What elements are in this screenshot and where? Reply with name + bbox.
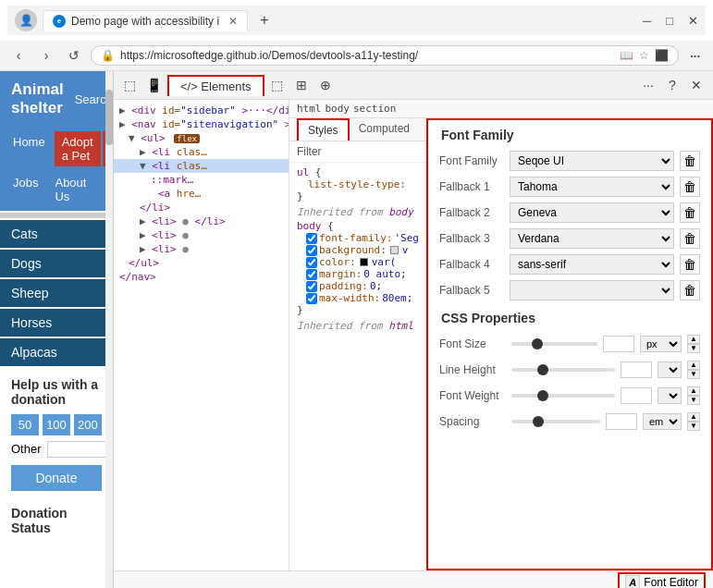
sources-tab[interactable]: ⊞	[290, 74, 313, 96]
fontweight-slider-track[interactable]	[511, 394, 615, 398]
sidebar-item-alpacas[interactable]: Alpacas	[0, 338, 113, 366]
spacing-up[interactable]: ▲	[687, 412, 700, 422]
dom-line-4[interactable]: ▶ <li clas…	[114, 145, 289, 159]
fallback1-delete[interactable]: 🗑	[680, 177, 700, 197]
network-tab[interactable]: ⊕	[314, 74, 337, 96]
elements-tab[interactable]: </> Elements	[167, 75, 264, 96]
fontsize-value[interactable]	[603, 336, 634, 352]
check-background[interactable]	[306, 245, 317, 256]
spacing-value[interactable]	[606, 413, 637, 430]
tab-close-icon[interactable]: ✕	[228, 15, 238, 28]
fallback4-select[interactable]: sans-serif	[510, 254, 674, 275]
breadcrumb-section[interactable]: section	[353, 103, 396, 115]
nav-about[interactable]: About Us	[47, 172, 106, 207]
url-box[interactable]: 🔒 https://microsoftedge.github.io/Demos/…	[91, 45, 679, 66]
fontweight-down[interactable]: ▼	[687, 396, 700, 405]
dom-line-1[interactable]: ▶ <div id="sidebar" >···</div>	[114, 104, 289, 117]
fontweight-unit[interactable]	[658, 387, 682, 404]
font-family-delete[interactable]: 🗑	[680, 151, 700, 171]
spacing-slider-track[interactable]	[511, 420, 600, 423]
amount-100[interactable]: 100	[43, 414, 70, 435]
fontweight-value[interactable]	[621, 387, 652, 404]
nav-adopt[interactable]: Adopt a Pet	[55, 131, 101, 166]
donate-button[interactable]: Donate	[11, 465, 102, 491]
sidebar-item-dogs[interactable]: Dogs	[0, 250, 113, 277]
back-button[interactable]: ‹	[7, 44, 30, 67]
font-editor-badge[interactable]: A Font Editor	[618, 572, 706, 589]
lineheight-slider-track[interactable]	[511, 368, 615, 372]
check-margin[interactable]	[306, 269, 317, 280]
help-button[interactable]: ?	[661, 74, 683, 96]
tab-computed[interactable]: Computed	[350, 118, 419, 141]
dom-line-10[interactable]: ▶ <li> ●	[114, 228, 289, 242]
fontsize-slider-thumb[interactable]	[532, 338, 543, 349]
font-family-select[interactable]: Seqoe UI	[510, 151, 674, 171]
sidebar-item-horses[interactable]: Horses	[0, 309, 113, 337]
fallback5-delete[interactable]: 🗑	[680, 280, 700, 300]
fontsize-slider-track[interactable]	[511, 342, 597, 346]
amount-50[interactable]: 50	[11, 414, 39, 435]
fallback1-select[interactable]: Tahoma	[510, 177, 674, 197]
scrollbar-thumb[interactable]	[105, 90, 113, 145]
fallback4-delete[interactable]: 🗑	[680, 254, 700, 275]
dom-line-12[interactable]: </ul>	[114, 256, 289, 270]
check-maxwidth[interactable]	[306, 293, 317, 304]
check-padding[interactable]	[306, 281, 317, 292]
nav-home[interactable]: Home	[6, 131, 53, 166]
new-tab-button[interactable]: +	[253, 9, 276, 31]
dom-line-13[interactable]: </nav>	[114, 270, 289, 284]
fallback2-delete[interactable]: 🗑	[680, 202, 700, 223]
dom-line-9[interactable]: ▶ <li> ● </li>	[114, 214, 289, 228]
fallback5-select[interactable]	[510, 280, 674, 300]
lineheight-unit[interactable]	[658, 361, 682, 378]
screenshot-icon[interactable]: ⬛	[655, 49, 669, 62]
maximize-button[interactable]: □	[666, 14, 673, 28]
browser-tab[interactable]: e Demo page with accessibility iss... ✕	[43, 10, 248, 31]
fallback3-delete[interactable]: 🗑	[680, 228, 700, 249]
lineheight-up[interactable]: ▲	[687, 361, 700, 370]
dom-line-11[interactable]: ▶ <li> ●	[114, 242, 289, 256]
reader-icon[interactable]: 📖	[620, 49, 633, 62]
tab-styles[interactable]: Styles	[297, 118, 350, 141]
fallback2-select[interactable]: Geneva	[510, 202, 674, 223]
inspect-element-button[interactable]: ⬚	[119, 74, 141, 96]
left-scrollbar[interactable]	[105, 71, 113, 588]
more-tabs-button[interactable]: ···	[637, 74, 659, 96]
spacing-unit[interactable]: em	[643, 413, 682, 430]
fontsize-down[interactable]: ▼	[687, 344, 700, 353]
breadcrumb-html[interactable]: html	[297, 103, 322, 115]
sidebar-item-sheep[interactable]: Sheep	[0, 279, 113, 307]
dom-line-8[interactable]: </li>	[114, 201, 289, 214]
dom-line-2[interactable]: ▶ <nav id="sitenavigation" >	[114, 117, 289, 131]
dom-line-6[interactable]: ::mark…	[114, 173, 289, 187]
dom-line-7[interactable]: <a hre…	[114, 187, 289, 201]
amount-200[interactable]: 200	[74, 414, 102, 435]
sidebar-item-cats[interactable]: Cats	[0, 220, 113, 248]
profile-icon[interactable]: 👤	[15, 9, 37, 31]
dom-line-3[interactable]: ▼ <ul> flex	[114, 131, 289, 145]
other-input[interactable]	[47, 441, 114, 458]
close-devtools-button[interactable]: ✕	[685, 74, 707, 96]
minimize-button[interactable]: ─	[643, 14, 651, 28]
fontweight-up[interactable]: ▲	[687, 386, 700, 396]
nav-jobs[interactable]: Jobs	[6, 172, 45, 207]
more-tools-button[interactable]: ···	[684, 47, 706, 65]
close-button[interactable]: ✕	[688, 14, 698, 28]
check-fontfamily[interactable]	[306, 233, 317, 244]
dom-line-5[interactable]: ▼ <li clas…	[114, 159, 289, 173]
device-emulation-button[interactable]: 📱	[143, 74, 166, 96]
check-color[interactable]	[306, 257, 317, 268]
spacing-slider-thumb[interactable]	[533, 416, 544, 427]
refresh-button[interactable]: ↺	[63, 44, 85, 67]
forward-button[interactable]: ›	[35, 44, 57, 67]
console-tab[interactable]: ⬚	[266, 74, 289, 96]
spacing-down[interactable]: ▼	[687, 422, 700, 431]
lineheight-slider-thumb[interactable]	[537, 364, 548, 375]
favorites-icon[interactable]: ☆	[639, 49, 649, 62]
lineheight-down[interactable]: ▼	[687, 370, 700, 379]
fallback3-select[interactable]: Verdana	[510, 228, 674, 249]
lineheight-value[interactable]	[621, 361, 652, 378]
fontsize-unit[interactable]: pxemrem	[640, 336, 682, 352]
breadcrumb-body[interactable]: body	[325, 103, 350, 115]
fontsize-up[interactable]: ▲	[687, 335, 700, 344]
